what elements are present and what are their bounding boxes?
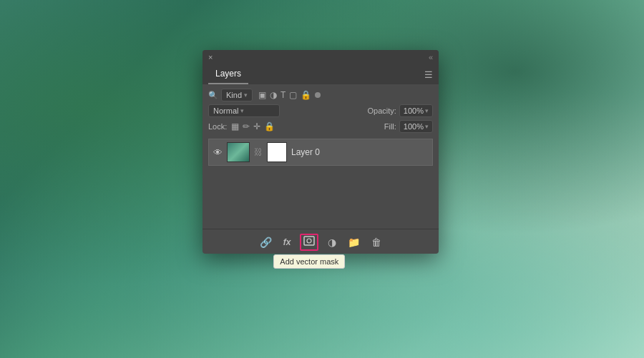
panel-titlebar: × « [203,50,439,64]
filter-search-icon: 🔍 [208,91,218,100]
panel-tabs: Layers ☰ [203,64,439,84]
link-layers-button[interactable]: 🔗 [258,235,274,249]
filter-kind-select[interactable]: Kind ▾ [221,89,253,101]
panel-menu-icon[interactable]: ☰ [424,69,433,80]
filter-adjustment-icon[interactable]: ◑ [270,90,277,100]
tab-layers[interactable]: Layers [208,64,248,84]
panel-collapse-button[interactable]: « [429,53,433,61]
opacity-group: Opacity: 100% ▾ [368,104,434,117]
add-layer-style-button[interactable]: fx [281,236,293,249]
lock-pixels-icon[interactable]: ▦ [231,121,239,131]
layer-visibility-toggle[interactable]: 👁 [213,147,223,158]
add-vector-mask-button[interactable] [300,234,318,251]
lock-label: Lock: [208,122,227,131]
add-adjustment-layer-button[interactable]: ◑ [326,235,338,249]
filter-shape-icon[interactable]: ▢ [289,90,297,100]
layer-chain-icon: ⛓ [254,147,263,157]
lock-icons: ▦ ✏ ✛ 🔒 [231,121,275,131]
fill-value-text: 100% [404,122,424,131]
filter-kind-label: Kind [226,91,242,99]
panel-toolbar: 🔗 fx Add vector mask ◑ 📁 🗑 [203,229,439,254]
lock-all-icon[interactable]: 🔒 [264,121,275,131]
filter-type-icons: ▣ ◑ T ▢ 🔒 [258,90,321,100]
layer-list: 👁 ⛓ Layer 0 [208,139,433,224]
filter-smart-icon[interactable]: 🔒 [301,90,311,100]
lock-move-icon[interactable]: ✛ [253,121,260,131]
lock-brush-icon[interactable]: ✏ [243,121,250,131]
fill-group: Fill: 100% ▾ [384,120,433,133]
fill-label: Fill: [384,122,396,131]
layer-name: Layer 0 [291,147,428,157]
blend-mode-value: Normal [213,106,238,115]
lock-row: Lock: ▦ ✏ ✛ 🔒 Fill: 100% ▾ [208,120,433,133]
layer-thumbnail [227,142,250,162]
filter-dot-icon[interactable] [315,92,321,98]
svg-rect-0 [304,237,314,245]
layer-mask-thumbnail [267,142,287,162]
filter-kind-chevron: ▾ [244,91,248,99]
panel-close-button[interactable]: × [208,53,213,61]
table-row[interactable]: 👁 ⛓ Layer 0 [208,139,433,166]
layers-panel: × « Layers ☰ 🔍 Kind ▾ ▣ ◑ T ▢ 🔒 [203,50,439,254]
delete-layer-button[interactable]: 🗑 [369,235,384,249]
add-vector-mask-tooltip: Add vector mask [273,254,345,269]
filter-row: 🔍 Kind ▾ ▣ ◑ T ▢ 🔒 [208,89,433,101]
panel-body: 🔍 Kind ▾ ▣ ◑ T ▢ 🔒 Normal ▾ Opacity: [203,84,439,229]
filter-pixel-icon[interactable]: ▣ [258,90,266,100]
opacity-chevron: ▾ [425,107,429,114]
svg-point-1 [307,239,311,243]
fill-input[interactable]: 100% ▾ [399,120,433,133]
blend-mode-row: Normal ▾ Opacity: 100% ▾ [208,104,433,117]
create-group-button[interactable]: 📁 [346,235,362,249]
opacity-label: Opacity: [368,106,396,115]
filter-text-icon[interactable]: T [280,90,286,100]
blend-mode-chevron: ▾ [240,107,244,114]
opacity-value-text: 100% [404,106,424,115]
opacity-input[interactable]: 100% ▾ [399,104,433,117]
fill-chevron: ▾ [425,123,429,130]
blend-mode-select[interactable]: Normal ▾ [208,104,280,117]
